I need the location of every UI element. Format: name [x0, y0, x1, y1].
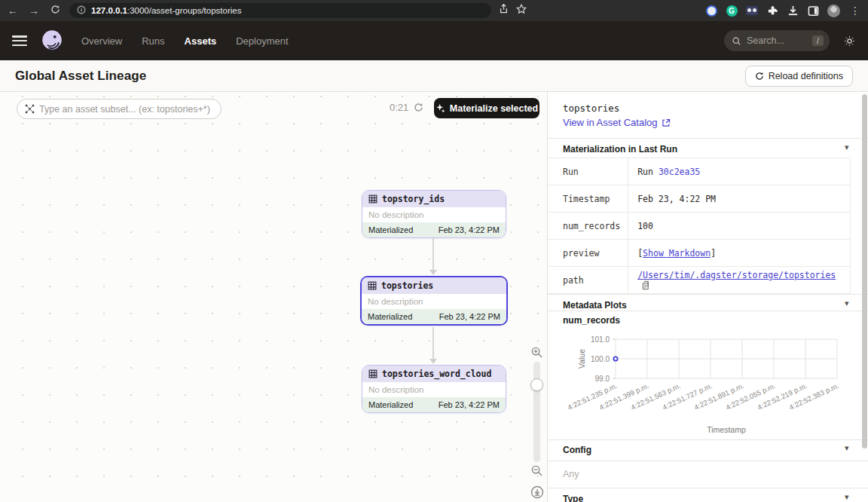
- recenter-view-icon[interactable]: [530, 485, 544, 502]
- run-id-link[interactable]: 30c2ea35: [659, 167, 700, 177]
- asset-name: topstories: [381, 280, 433, 291]
- collapse-caret-icon[interactable]: ▾: [845, 142, 849, 152]
- table-row: Timestamp Feb 23, 4:22 PM: [548, 185, 851, 213]
- zoom-slider-handle[interactable]: [530, 378, 543, 391]
- browser-menu-icon[interactable]: ⋮: [848, 5, 862, 17]
- edge-topstory-ids-to-topstories: [432, 238, 434, 271]
- row-label: path: [548, 267, 628, 294]
- collapse-caret-icon[interactable]: ▾: [845, 492, 849, 502]
- share-icon[interactable]: [499, 4, 509, 17]
- search-icon: [732, 36, 741, 46]
- refresh-timer: 0:21: [390, 102, 423, 113]
- asset-node-topstories[interactable]: topstories No description Materialized F…: [360, 276, 508, 326]
- back-icon[interactable]: ←: [6, 5, 20, 17]
- nav-item-deployment[interactable]: Deployment: [236, 35, 288, 47]
- asset-node-topstory-ids[interactable]: topstory_ids No description Materialized…: [362, 190, 506, 238]
- forward-icon[interactable]: →: [27, 5, 41, 17]
- row-label: num_records: [548, 213, 628, 240]
- row-value: /Users/tim/.dagster/storage/topstories: [628, 267, 851, 294]
- global-search[interactable]: /: [724, 30, 830, 51]
- reload-definitions-button[interactable]: Reload definitions: [745, 66, 853, 87]
- dagster-logo[interactable]: [39, 28, 65, 54]
- browser-extensions-area: G ⋮: [705, 5, 862, 17]
- panel-asset-name: topstories: [563, 103, 619, 114]
- row-value: Feb 23, 4:22 PM: [628, 185, 851, 213]
- path-link[interactable]: /Users/tim/.dagster/storage/topstories: [637, 270, 836, 280]
- section-config: Config: [563, 445, 591, 455]
- browser-profile-avatar[interactable]: [827, 5, 840, 17]
- asset-description: No description: [362, 294, 506, 309]
- nav-tabs: Overview Runs Assets Deployment: [81, 35, 289, 47]
- asset-materialized-time: Feb 23, 4:22 PM: [439, 312, 500, 321]
- zoom-in-icon[interactable]: [530, 346, 543, 362]
- asset-status: Materialized: [368, 312, 412, 321]
- asset-detail-panel: topstories View in Asset Catalog Materia…: [547, 92, 868, 502]
- reload-icon[interactable]: [48, 5, 62, 17]
- collapse-caret-icon[interactable]: ▾: [845, 443, 849, 453]
- app-navbar: Overview Runs Assets Deployment /: [0, 21, 868, 60]
- nav-item-assets[interactable]: Assets: [185, 35, 217, 47]
- row-value: Run 30c2ea35: [628, 158, 851, 185]
- table-row: Run Run 30c2ea35: [548, 158, 851, 185]
- nav-item-runs[interactable]: Runs: [142, 35, 164, 47]
- puzzle-extensions-icon[interactable]: [766, 5, 778, 17]
- goggles-extension-icon[interactable]: [746, 5, 758, 17]
- divider: [548, 461, 868, 461]
- materialize-sparkle-icon: [436, 103, 445, 113]
- page-title: Global Asset Lineage: [15, 69, 146, 84]
- materialize-selected-button[interactable]: Materialize selected: [434, 98, 539, 118]
- bookmark-star-icon[interactable]: [516, 4, 527, 17]
- url-bar[interactable]: 127.0.0.1:3000/asset-groups/topstories: [69, 3, 491, 18]
- table-row: num_records 100: [548, 213, 851, 240]
- page-header: Global Asset Lineage Reload definitions: [0, 60, 868, 92]
- asset-materialized-time: Feb 23, 4:22 PM: [439, 400, 500, 409]
- svg-text:Timestamp: Timestamp: [707, 425, 746, 434]
- row-label: Run: [548, 158, 628, 185]
- divider: [548, 488, 868, 488]
- materialization-table: Run Run 30c2ea35 Timestamp Feb 23, 4:22 …: [548, 158, 851, 294]
- downloads-icon[interactable]: [787, 5, 799, 17]
- grammarly-icon[interactable]: G: [726, 5, 738, 17]
- num-records-chart: 101.0100.099.04:22:51.235 p.m.4:22:51.39…: [551, 330, 863, 437]
- svg-text:Value: Value: [577, 349, 586, 369]
- row-value: [Show Markdown]: [628, 240, 851, 267]
- timer-value: 0:21: [390, 102, 408, 113]
- edge-arrowhead: [429, 359, 437, 364]
- settings-gear-icon[interactable]: [843, 35, 856, 47]
- asset-table-icon: [368, 369, 377, 378]
- view-in-asset-catalog-link[interactable]: View in Asset Catalog: [563, 117, 671, 128]
- url-text: 127.0.0.1:3000/asset-groups/topstories: [91, 6, 241, 15]
- zoom-slider-track[interactable]: [533, 362, 540, 462]
- row-value: 100: [628, 213, 851, 240]
- section-metadata-plots: Metadata Plots: [563, 300, 627, 311]
- asset-node-topstories-word-cloud[interactable]: topstories_word_cloud No description Mat…: [362, 365, 506, 413]
- collapse-caret-icon[interactable]: ▾: [845, 298, 849, 308]
- asset-filter-input[interactable]: [39, 104, 213, 115]
- table-row: path /Users/tim/.dagster/storage/topstor…: [548, 267, 851, 294]
- config-value: Any: [563, 469, 579, 479]
- copy-icon[interactable]: [640, 280, 649, 290]
- asset-filter-box[interactable]: [17, 99, 222, 119]
- svg-text:100.0: 100.0: [591, 355, 610, 363]
- zoom-out-icon[interactable]: [530, 464, 543, 480]
- external-link-icon: [662, 118, 671, 127]
- hamburger-menu-icon[interactable]: [12, 35, 27, 46]
- divider: [548, 294, 868, 295]
- sidebar-toggle-icon[interactable]: [807, 5, 819, 17]
- asset-description: No description: [362, 207, 506, 222]
- show-markdown-link[interactable]: Show Markdown: [643, 248, 711, 259]
- extension-clock-icon[interactable]: [705, 5, 717, 17]
- panel-scrollbar[interactable]: [862, 94, 867, 448]
- asset-materialized-time: Feb 23, 4:22 PM: [439, 225, 500, 234]
- divider: [548, 138, 868, 139]
- nav-item-overview[interactable]: Overview: [81, 35, 122, 47]
- search-input[interactable]: [747, 35, 807, 46]
- edge-topstories-to-word-cloud: [432, 327, 434, 360]
- reload-icon: [755, 72, 764, 81]
- svg-text:101.0: 101.0: [591, 335, 610, 344]
- edge-arrowhead: [429, 270, 437, 275]
- asset-description: No description: [362, 382, 506, 397]
- refresh-icon[interactable]: [414, 103, 423, 112]
- asset-graph-canvas[interactable]: 0:21 Materialize selected topstory_ids N…: [0, 92, 547, 502]
- site-info-icon[interactable]: [77, 4, 86, 17]
